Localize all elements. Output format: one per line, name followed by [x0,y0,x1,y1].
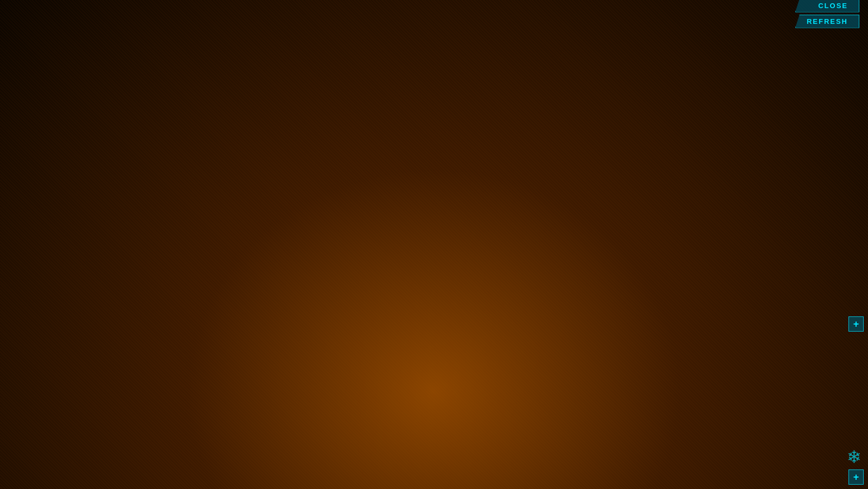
plus-bottom-button[interactable]: + [848,469,864,485]
plus-button-right[interactable]: + [848,316,864,332]
refresh-button[interactable]: REFRESH [795,15,859,28]
close-button[interactable]: CLOSE [795,0,859,12]
snowflake-icon: ❄ [847,447,861,467]
